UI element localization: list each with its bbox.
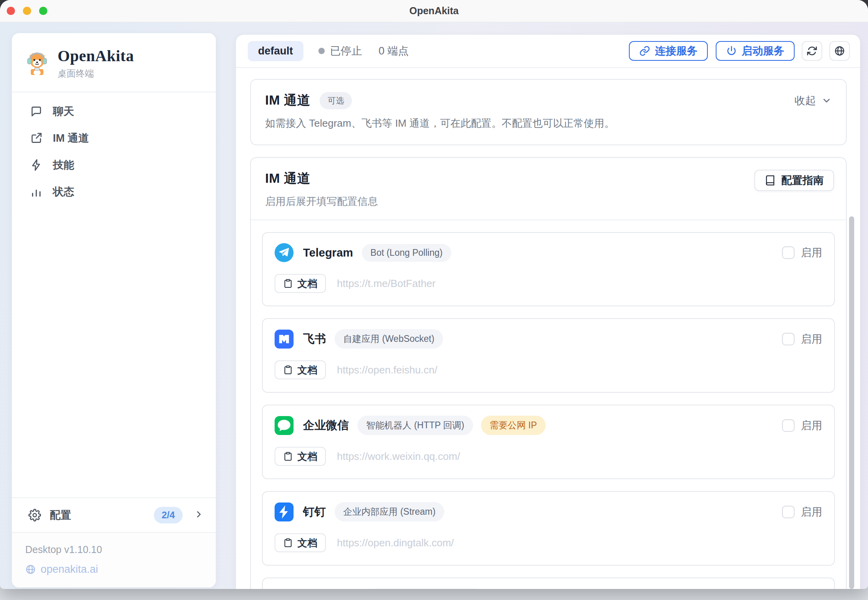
enable-label: 启用 [801, 418, 822, 433]
enable-label: 启用 [801, 246, 822, 260]
config-guide-button[interactable]: 配置指南 [754, 170, 834, 191]
enable-label: 启用 [801, 505, 822, 519]
clipboard-icon [283, 365, 293, 375]
sidebar-item-skills[interactable]: 技能 [12, 152, 216, 178]
config-label: 配置 [50, 508, 71, 522]
doc-label: 文档 [297, 450, 317, 463]
feishu-icon [275, 330, 294, 349]
brand-title: OpenAkita [58, 47, 134, 65]
channel-type-badge: Bot (Long Polling) [362, 244, 451, 262]
gear-icon [28, 509, 41, 521]
sidebar-footer: Desktop v1.10.10 openakita.ai [12, 532, 216, 587]
website-link[interactable]: openakita.ai [25, 563, 204, 576]
telegram-icon [275, 243, 294, 262]
channel-type-badge: 企业内部应用 (Stream) [335, 502, 444, 521]
optional-badge: 可选 [320, 92, 352, 109]
channel-row: 企业微信 智能机器人 (HTTP 回调) 需要公网 IP 启用 文档 https… [262, 405, 835, 479]
connect-service-button[interactable]: 连接服务 [629, 41, 708, 61]
intro-card-title: IM 通道 [265, 92, 310, 109]
channel-type-badge: 官方机器人 (WebSocket) [367, 589, 485, 589]
qq-icon [275, 589, 294, 589]
sidebar-item-im-channels[interactable]: IM 通道 [12, 125, 216, 152]
channels-card-subtitle: 启用后展开填写配置信息 [265, 195, 378, 208]
traffic-lights [7, 7, 47, 15]
window-title: OpenAkita [409, 5, 458, 17]
bar-chart-icon [30, 186, 43, 198]
channel-name: Telegram [303, 246, 353, 259]
channel-doc-url: https://work.weixin.qq.com/ [337, 450, 460, 463]
endpoint-count: 0 端点 [379, 44, 409, 58]
channel-row: 飞书 自建应用 (WebSocket) 启用 文档 https://open.f… [262, 318, 835, 393]
channel-doc-url: https://t.me/BotFather [337, 278, 436, 290]
start-service-button[interactable]: 启动服务 [716, 41, 795, 61]
link-icon [639, 45, 650, 56]
enable-checkbox[interactable] [782, 419, 795, 432]
language-button[interactable] [829, 41, 850, 61]
doc-button[interactable]: 文档 [275, 447, 326, 466]
channel-name: 飞书 [303, 331, 326, 347]
website-link-label: openakita.ai [41, 563, 98, 576]
start-service-label: 启动服务 [742, 44, 784, 58]
main-topbar: default 已停止 0 端点 连接服务 启动服务 [236, 35, 860, 68]
doc-button[interactable]: 文档 [275, 533, 326, 552]
enable-checkbox[interactable] [782, 506, 795, 518]
titlebar: OpenAkita [0, 0, 868, 22]
chevron-right-icon [194, 509, 204, 521]
doc-label: 文档 [297, 536, 317, 549]
connect-service-label: 连接服务 [655, 44, 698, 58]
globe-icon [834, 45, 845, 56]
refresh-button[interactable] [802, 41, 822, 61]
main-panel: default 已停止 0 端点 连接服务 启动服务 [236, 35, 860, 589]
channel-name: 企业微信 [303, 418, 349, 433]
sidebar-item-status[interactable]: 状态 [12, 178, 216, 205]
brand-subtitle: 桌面终端 [58, 68, 134, 80]
profile-badge: default [248, 41, 303, 61]
wecom-icon [275, 416, 294, 435]
doc-label: 文档 [297, 364, 317, 377]
scrollbar-thumb[interactable] [849, 216, 854, 589]
enable-checkbox[interactable] [782, 246, 795, 259]
app-window: OpenAkita OpenAkita 桌面终端 [0, 0, 868, 589]
channel-name: 钉钉 [303, 504, 326, 520]
minimize-window-button[interactable] [23, 7, 31, 15]
clipboard-icon [283, 279, 293, 288]
power-icon [726, 45, 737, 56]
close-window-button[interactable] [7, 7, 15, 15]
chat-bubble-icon [30, 105, 43, 118]
refresh-icon [806, 45, 817, 56]
main-content: IM 通道 可选 收起 如需接入 Telegram、飞书等 IM 通道，可在此配… [236, 68, 860, 589]
channel-row: Telegram Bot (Long Polling) 启用 文档 https:… [262, 232, 835, 306]
sidebar-item-label: 技能 [53, 158, 74, 172]
service-status: 已停止 [330, 44, 362, 58]
clipboard-icon [283, 538, 293, 548]
globe-icon [25, 564, 36, 575]
channel-doc-url: https://open.feishu.cn/ [337, 364, 437, 376]
sidebar: OpenAkita 桌面终端 聊天 IM 通道 技能 状态 [12, 33, 216, 587]
config-progress-badge: 2/4 [154, 507, 183, 523]
channel-doc-url: https://open.dingtalk.com/ [337, 537, 454, 549]
channel-list: Telegram Bot (Long Polling) 启用 文档 https:… [251, 220, 846, 589]
dingtalk-icon [275, 502, 294, 521]
zoom-window-button[interactable] [39, 7, 47, 15]
config-guide-label: 配置指南 [781, 173, 824, 188]
doc-label: 文档 [297, 277, 317, 290]
sidebar-item-chat[interactable]: 聊天 [12, 98, 216, 125]
openakita-logo-icon [24, 51, 50, 76]
chevron-down-icon [821, 96, 832, 106]
channel-warning-badge: 需要公网 IP [481, 416, 546, 435]
collapse-label: 收起 [795, 94, 816, 108]
channel-row: QQ 机器人 官方机器人 (WebSocket) 启用 文档 [262, 578, 835, 589]
doc-button[interactable]: 文档 [275, 360, 326, 379]
channel-row: 钉钉 企业内部应用 (Stream) 启用 文档 https://open.di… [262, 491, 835, 566]
lightning-icon [30, 159, 43, 171]
sidebar-config-row[interactable]: 配置 2/4 [12, 497, 216, 532]
status-dot-icon [318, 48, 325, 54]
sidebar-item-label: IM 通道 [53, 131, 89, 145]
channels-card-title: IM 通道 [265, 170, 378, 188]
im-channels-card: IM 通道 启用后展开填写配置信息 配置指南 Telegram Bot (Lon… [250, 157, 847, 589]
app-version: Desktop v1.10.10 [25, 544, 204, 555]
doc-button[interactable]: 文档 [275, 274, 326, 293]
channel-type-badge: 自建应用 (WebSocket) [335, 329, 443, 349]
collapse-toggle[interactable]: 收起 [795, 94, 832, 108]
enable-checkbox[interactable] [782, 333, 795, 345]
